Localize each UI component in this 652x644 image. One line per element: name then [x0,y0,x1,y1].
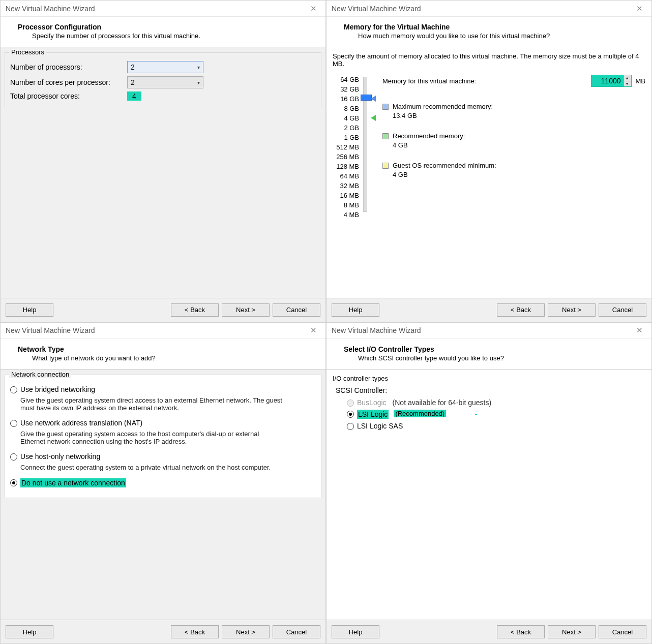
network-opt-bridged[interactable]: Use bridged networking [10,385,316,393]
network-wizard-pane: New Virtual Machine Wizard ✕ Network Typ… [0,322,326,645]
io-opt-lsisas-label: LSI Logic SAS [357,422,403,430]
radio-icon[interactable] [10,479,17,486]
memory-spinner[interactable]: ▲ ▼ [591,75,632,87]
radio-icon[interactable] [10,386,17,393]
titlebar: New Virtual Machine Wizard ✕ [327,1,651,17]
footer: Help < Back Next > Cancel [327,620,651,643]
radio-icon[interactable] [10,453,17,461]
header: Memory for the Virtual Machine How much … [327,17,651,47]
next-button[interactable]: Next > [222,303,270,317]
memory-tick: 1 GB [333,133,359,142]
next-button[interactable]: Next > [222,625,270,638]
memory-spin-buttons[interactable]: ▲ ▼ [623,75,631,86]
page-subtitle: How much memory would you like to use fo… [358,32,642,40]
window-title: New Virtual Machine Wizard [332,5,421,13]
network-opt-none-label: Do not use a network connection [20,478,126,487]
network-opt-bridged-label: Use bridged networking [20,385,95,393]
memory-unit: MB [636,77,646,85]
total-cores-label: Total processor cores: [10,92,127,100]
memory-tick: 32 MB [333,181,359,191]
memory-tick: 512 MB [333,142,359,152]
memory-input[interactable] [591,75,623,86]
chevron-down-icon: ▾ [197,65,200,70]
network-opt-nat-label: Use network address translation (NAT) [20,419,142,427]
network-opt-bridged-desc: Give the guest operating system direct a… [20,396,285,412]
memory-tick: 8 MB [333,200,359,210]
radio-icon[interactable] [347,411,354,418]
body: I/O controller types SCSI Controller: Bu… [327,370,651,620]
group-legend: Network connection [9,371,71,378]
io-wizard-pane: New Virtual Machine Wizard ✕ Select I/O … [326,322,652,645]
io-opt-lsilogic-label: LSI Logic [357,410,389,419]
cores-per-proc-dropdown[interactable]: 2 ▾ [127,76,203,88]
titlebar: New Virtual Machine Wizard ✕ [1,1,325,17]
titlebar: New Virtual Machine Wizard ✕ [1,323,325,339]
page-title: Select I/O Controller Types [344,345,642,353]
io-opt-lsilogic[interactable]: LSI Logic (Recommended) - [347,410,645,419]
body: Specify the amount of memory allocated t… [327,47,651,298]
memory-tick: 2 GB [333,123,359,133]
io-opt-buslogic: BusLogic (Not available for 64-bit guest… [347,398,645,407]
spin-down-icon[interactable]: ▼ [624,81,631,87]
memory-slider-thumb[interactable] [361,95,372,101]
cancel-button[interactable]: Cancel [599,625,646,638]
io-opt-lsisas[interactable]: LSI Logic SAS [347,422,645,430]
legend-square-yellow-icon [382,163,389,169]
help-button[interactable]: Help [332,625,379,638]
rec-memory-value: 4 GB [393,141,465,150]
next-button[interactable]: Next > [548,303,596,317]
network-opt-hostonly[interactable]: Use host-only networking [10,452,316,461]
rec-memory-label: Recommended memory: [393,132,465,141]
close-icon[interactable]: ✕ [306,4,320,13]
marker-rec-icon [371,115,376,121]
network-opt-hostonly-label: Use host-only networking [20,452,100,461]
num-processors-dropdown[interactable]: 2 ▾ [127,61,203,73]
max-memory-value: 13.4 GB [393,111,493,120]
spin-up-icon[interactable]: ▲ [624,75,631,81]
body: Network connection Use bridged networkin… [1,370,325,620]
footer: Help < Back Next > Cancel [1,620,325,643]
help-button[interactable]: Help [6,303,53,317]
header: Processor Configuration Specify the numb… [1,17,325,47]
memory-slider-area: 64 GB32 GB16 GB8 GB4 GB2 GB1 GB512 MB256… [333,75,367,220]
cancel-button[interactable]: Cancel [273,625,320,638]
close-icon[interactable]: ✕ [632,4,646,13]
marker-max-icon [371,96,376,102]
cancel-button[interactable]: Cancel [273,303,320,317]
close-icon[interactable]: ✕ [306,326,320,335]
back-button[interactable]: < Back [497,625,545,638]
close-icon[interactable]: ✕ [632,326,646,335]
help-button[interactable]: Help [6,625,53,638]
min-memory-value: 4 GB [393,170,496,179]
io-opt-buslogic-note: (Not available for 64-bit guests) [393,398,492,407]
back-button[interactable]: < Back [497,303,545,317]
io-group-legend: I/O controller types [333,375,645,382]
num-processors-label: Number of processors: [10,63,127,71]
page-title: Memory for the Virtual Machine [344,23,642,31]
body: Processors Number of processors: 2 ▾ Num… [1,47,325,298]
page-title: Processor Configuration [18,23,316,31]
next-button[interactable]: Next > [548,625,596,638]
footer: Help < Back Next > Cancel [1,298,325,322]
back-button[interactable]: < Back [171,303,219,317]
memory-slider[interactable] [363,77,367,212]
cores-per-proc-label: Number of cores per processor: [10,78,127,86]
window-title: New Virtual Machine Wizard [6,5,95,13]
scsi-controller-label: SCSI Controller: [336,386,645,394]
memory-tick: 16 GB [333,94,359,104]
network-opt-none[interactable]: Do not use a network connection [10,478,316,487]
network-opt-nat[interactable]: Use network address translation (NAT) [10,419,316,427]
cancel-button[interactable]: Cancel [599,303,646,317]
network-opt-nat-desc: Give the guest operating system access t… [20,430,285,445]
memory-tick: 64 MB [333,171,359,181]
num-processors-value: 2 [131,63,135,71]
radio-icon[interactable] [10,420,17,427]
radio-icon[interactable] [347,423,354,430]
network-group: Network connection Use bridged networkin… [5,375,321,498]
back-button[interactable]: < Back [171,625,219,638]
page-subtitle: Specify the number of processors for thi… [32,32,316,40]
memory-tick: 4 GB [333,113,359,123]
cores-per-proc-value: 2 [131,78,135,86]
help-button[interactable]: Help [332,303,379,317]
page-title: Network Type [18,345,316,353]
